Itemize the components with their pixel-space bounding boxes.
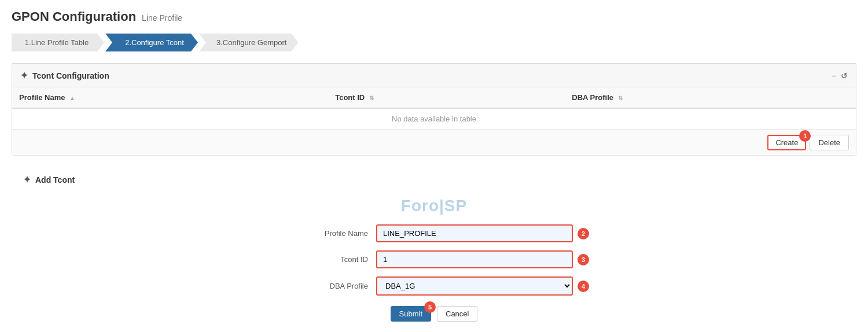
tcont-id-row: Tcont ID 3 <box>23 250 845 268</box>
form-section-title-text: Add Tcont <box>35 175 75 185</box>
col-tcont-id: Tcont ID ⇅ <box>328 87 565 108</box>
sort-icon-dba: ⇅ <box>618 95 623 101</box>
tcont-table: Profile Name ▲ Tcont ID ⇅ DBA Profile ⇅ <box>12 87 856 130</box>
dba-profile-row: DBA Profile DBA_1G DBA_100M DBA_500M DBA… <box>23 276 845 296</box>
panel-header: ✦ Tcont Configuration − ↺ <box>12 64 856 87</box>
table-header-row: Profile Name ▲ Tcont ID ⇅ DBA Profile ⇅ <box>12 87 856 108</box>
steps-container: 1.Line Profile Table 2.Configure Tcont 3… <box>12 34 856 51</box>
col-dba-profile: DBA Profile ⇅ <box>565 87 856 108</box>
table-body: No data available in table <box>12 108 856 130</box>
profile-name-wrapper: 2 <box>376 224 573 242</box>
dba-profile-select[interactable]: DBA_1G DBA_100M DBA_500M DBA_2G <box>376 276 573 296</box>
refresh-button[interactable]: ↺ <box>841 71 848 80</box>
table-actions: Create 1 Delete <box>12 130 856 155</box>
page-header: GPON Configuration Line Profile <box>12 9 856 24</box>
puzzle-icon: ✦ <box>20 70 28 81</box>
tcont-id-label: Tcont ID <box>295 255 376 264</box>
dba-profile-badge: 4 <box>578 281 589 292</box>
panel-title: ✦ Tcont Configuration <box>20 70 109 81</box>
table-head: Profile Name ▲ Tcont ID ⇅ DBA Profile ⇅ <box>12 87 856 108</box>
step-2[interactable]: 2.Configure Tcont <box>105 34 198 51</box>
create-button-wrapper: Create 1 <box>767 135 806 150</box>
col-profile-name: Profile Name ▲ <box>12 87 328 108</box>
panel-title-text: Tcont Configuration <box>32 71 109 80</box>
step-1[interactable]: 1.Line Profile Table <box>12 34 104 51</box>
dba-profile-field: DBA_1G DBA_100M DBA_500M DBA_2G 4 <box>376 276 573 296</box>
step-3[interactable]: 3.Configure Gemport <box>199 34 298 51</box>
tcont-panel: ✦ Tcont Configuration − ↺ Profile Name ▲ <box>12 64 856 156</box>
tcont-id-field: 3 <box>376 250 573 268</box>
sort-icon-profile: ▲ <box>69 95 75 101</box>
no-data-cell: No data available in table <box>12 108 856 130</box>
profile-name-badge: 2 <box>578 228 589 239</box>
cancel-button[interactable]: Cancel <box>437 306 477 322</box>
profile-name-row: Profile Name 2 <box>23 224 845 242</box>
form-actions: Submit 5 Cancel <box>23 306 845 322</box>
page-container: GPON Configuration Line Profile 1.Line P… <box>0 0 868 332</box>
tcont-id-wrapper: 3 <box>376 250 573 268</box>
watermark: Foro|SP <box>23 197 845 215</box>
profile-name-field: 2 <box>376 224 573 242</box>
panel-controls: − ↺ <box>832 71 848 80</box>
page-subtitle: Line Profile <box>142 13 182 23</box>
tcont-id-badge: 3 <box>578 254 589 265</box>
form-puzzle-icon: ✦ <box>23 174 31 185</box>
delete-button[interactable]: Delete <box>810 135 849 150</box>
add-tcont-section: ✦ Add Tcont Foro|SP Profile Name 2 Tcont… <box>12 165 856 331</box>
submit-badge: 5 <box>424 301 436 313</box>
tcont-id-input[interactable] <box>376 250 573 268</box>
minimize-button[interactable]: − <box>832 71 836 80</box>
form-section-title: ✦ Add Tcont <box>23 174 845 185</box>
submit-wrapper: Submit 5 <box>391 306 431 322</box>
dba-profile-wrapper: DBA_1G DBA_100M DBA_500M DBA_2G 4 <box>376 276 573 296</box>
no-data-row: No data available in table <box>12 108 856 130</box>
table-container: Profile Name ▲ Tcont ID ⇅ DBA Profile ⇅ <box>12 87 856 130</box>
create-badge: 1 <box>799 130 811 142</box>
profile-name-label: Profile Name <box>295 229 376 238</box>
sort-icon-tcont: ⇅ <box>369 95 374 101</box>
page-title: GPON Configuration <box>12 9 136 24</box>
profile-name-input[interactable] <box>376 224 573 242</box>
dba-profile-label: DBA Profile <box>295 282 376 290</box>
